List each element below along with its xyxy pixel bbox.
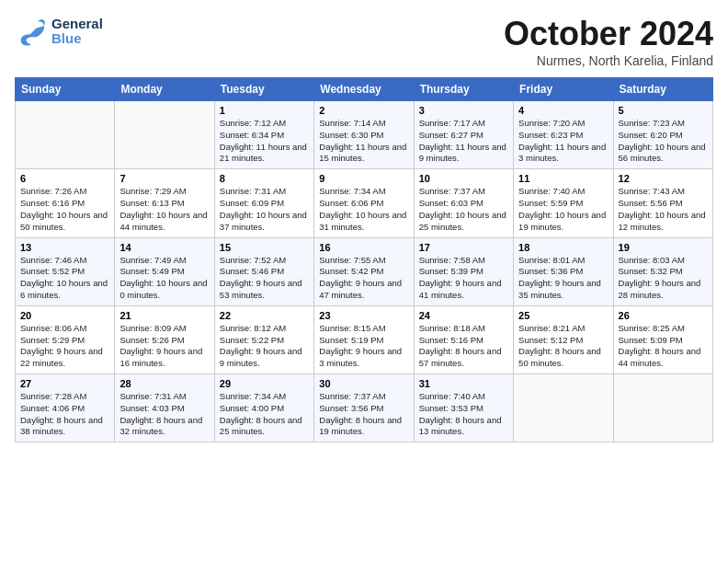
day-number: 6 (20, 173, 109, 184)
day-number: 4 (518, 105, 608, 116)
day-number: 30 (319, 378, 408, 389)
day-content: Sunrise: 7:37 AMSunset: 6:03 PMDaylight:… (419, 186, 508, 233)
calendar-cell: 31Sunrise: 7:40 AMSunset: 3:53 PMDayligh… (414, 374, 513, 442)
calendar-cell (613, 374, 712, 442)
day-number: 21 (119, 310, 209, 321)
day-number: 10 (419, 173, 508, 184)
title-block: October 2024 Nurmes, North Karelia, Finl… (504, 15, 713, 68)
weekday-header: Friday (514, 78, 613, 101)
calendar-cell: 9Sunrise: 7:34 AMSunset: 6:06 PMDaylight… (314, 169, 414, 237)
calendar-cell: 13Sunrise: 7:46 AMSunset: 5:52 PMDayligh… (16, 237, 115, 305)
weekday-header: Wednesday (314, 78, 414, 101)
day-number: 3 (419, 105, 508, 116)
weekday-header: Sunday (16, 78, 115, 101)
day-content: Sunrise: 7:23 AMSunset: 6:20 PMDaylight:… (619, 118, 708, 165)
day-content: Sunrise: 7:14 AMSunset: 6:30 PMDaylight:… (319, 118, 408, 165)
calendar-cell: 20Sunrise: 8:06 AMSunset: 5:29 PMDayligh… (16, 305, 115, 373)
weekday-header: Saturday (613, 78, 712, 101)
day-content: Sunrise: 8:15 AMSunset: 5:19 PMDaylight:… (319, 323, 408, 370)
day-content: Sunrise: 7:34 AMSunset: 6:06 PMDaylight:… (319, 186, 408, 233)
calendar-cell: 7Sunrise: 7:29 AMSunset: 6:13 PMDaylight… (115, 169, 214, 237)
day-content: Sunrise: 7:29 AMSunset: 6:13 PMDaylight:… (119, 186, 209, 233)
calendar-cell: 30Sunrise: 7:37 AMSunset: 3:56 PMDayligh… (314, 374, 414, 442)
day-content: Sunrise: 7:31 AMSunset: 6:09 PMDaylight:… (220, 186, 309, 233)
weekday-header: Monday (115, 78, 214, 101)
calendar-cell: 19Sunrise: 8:03 AMSunset: 5:32 PMDayligh… (613, 237, 712, 305)
day-content: Sunrise: 7:37 AMSunset: 3:56 PMDaylight:… (319, 391, 408, 438)
day-content: Sunrise: 7:34 AMSunset: 4:00 PMDaylight:… (220, 391, 309, 438)
day-content: Sunrise: 7:17 AMSunset: 6:27 PMDaylight:… (419, 118, 508, 165)
calendar-cell: 5Sunrise: 7:23 AMSunset: 6:20 PMDaylight… (613, 101, 712, 169)
day-content: Sunrise: 7:49 AMSunset: 5:49 PMDaylight:… (119, 255, 209, 302)
day-number: 13 (20, 242, 109, 253)
logo-icon (15, 15, 48, 48)
day-content: Sunrise: 7:26 AMSunset: 6:16 PMDaylight:… (20, 186, 109, 233)
day-number: 9 (319, 173, 408, 184)
day-number: 20 (20, 310, 109, 321)
calendar-cell: 16Sunrise: 7:55 AMSunset: 5:42 PMDayligh… (314, 237, 414, 305)
calendar-week-row: 1Sunrise: 7:12 AMSunset: 6:34 PMDaylight… (16, 101, 713, 169)
calendar-cell: 14Sunrise: 7:49 AMSunset: 5:49 PMDayligh… (115, 237, 214, 305)
day-content: Sunrise: 8:25 AMSunset: 5:09 PMDaylight:… (619, 323, 708, 370)
calendar-cell: 1Sunrise: 7:12 AMSunset: 6:34 PMDaylight… (214, 101, 313, 169)
day-number: 31 (419, 378, 508, 389)
calendar-cell: 29Sunrise: 7:34 AMSunset: 4:00 PMDayligh… (214, 374, 313, 442)
day-number: 24 (419, 310, 508, 321)
day-content: Sunrise: 8:06 AMSunset: 5:29 PMDaylight:… (20, 323, 109, 370)
day-content: Sunrise: 7:58 AMSunset: 5:39 PMDaylight:… (419, 255, 508, 302)
day-number: 22 (220, 310, 309, 321)
day-content: Sunrise: 8:09 AMSunset: 5:26 PMDaylight:… (119, 323, 209, 370)
day-content: Sunrise: 8:12 AMSunset: 5:22 PMDaylight:… (220, 323, 309, 370)
day-number: 1 (220, 105, 309, 116)
day-content: Sunrise: 7:31 AMSunset: 4:03 PMDaylight:… (119, 391, 209, 438)
day-content: Sunrise: 8:01 AMSunset: 5:36 PMDaylight:… (518, 255, 608, 302)
day-content: Sunrise: 7:20 AMSunset: 6:23 PMDaylight:… (518, 118, 608, 165)
day-content: Sunrise: 7:40 AMSunset: 3:53 PMDaylight:… (419, 391, 508, 438)
day-content: Sunrise: 7:43 AMSunset: 5:56 PMDaylight:… (619, 186, 708, 233)
page-header: General Blue October 2024 Nurmes, North … (15, 15, 713, 68)
day-content: Sunrise: 7:55 AMSunset: 5:42 PMDaylight:… (319, 255, 408, 302)
day-number: 26 (619, 310, 708, 321)
calendar-cell: 27Sunrise: 7:28 AMSunset: 4:06 PMDayligh… (16, 374, 115, 442)
day-number: 18 (518, 242, 608, 253)
day-number: 8 (220, 173, 309, 184)
logo-text: General (51, 17, 103, 32)
calendar-cell: 12Sunrise: 7:43 AMSunset: 5:56 PMDayligh… (613, 169, 712, 237)
calendar-cell: 21Sunrise: 8:09 AMSunset: 5:26 PMDayligh… (115, 305, 214, 373)
calendar-week-row: 13Sunrise: 7:46 AMSunset: 5:52 PMDayligh… (16, 237, 713, 305)
calendar-cell: 11Sunrise: 7:40 AMSunset: 5:59 PMDayligh… (514, 169, 613, 237)
day-number: 19 (619, 242, 708, 253)
day-number: 12 (619, 173, 708, 184)
day-content: Sunrise: 7:46 AMSunset: 5:52 PMDaylight:… (20, 255, 109, 302)
day-number: 7 (119, 173, 209, 184)
calendar-table: SundayMondayTuesdayWednesdayThursdayFrid… (15, 77, 713, 442)
logo-blue: Blue (51, 31, 103, 47)
calendar-cell: 24Sunrise: 8:18 AMSunset: 5:16 PMDayligh… (414, 305, 513, 373)
day-content: Sunrise: 8:21 AMSunset: 5:12 PMDaylight:… (518, 323, 608, 370)
day-content: Sunrise: 8:18 AMSunset: 5:16 PMDaylight:… (419, 323, 508, 370)
calendar-week-row: 6Sunrise: 7:26 AMSunset: 6:16 PMDaylight… (16, 169, 713, 237)
calendar-cell: 15Sunrise: 7:52 AMSunset: 5:46 PMDayligh… (214, 237, 313, 305)
day-content: Sunrise: 7:52 AMSunset: 5:46 PMDaylight:… (220, 255, 309, 302)
day-content: Sunrise: 7:28 AMSunset: 4:06 PMDaylight:… (20, 391, 109, 438)
day-number: 11 (518, 173, 608, 184)
day-number: 15 (220, 242, 309, 253)
calendar-cell: 25Sunrise: 8:21 AMSunset: 5:12 PMDayligh… (514, 305, 613, 373)
calendar-cell: 4Sunrise: 7:20 AMSunset: 6:23 PMDaylight… (514, 101, 613, 169)
day-number: 16 (319, 242, 408, 253)
calendar-cell: 6Sunrise: 7:26 AMSunset: 6:16 PMDaylight… (16, 169, 115, 237)
month-title: October 2024 (504, 15, 713, 53)
calendar-cell: 22Sunrise: 8:12 AMSunset: 5:22 PMDayligh… (214, 305, 313, 373)
calendar-cell (16, 101, 115, 169)
calendar-week-row: 20Sunrise: 8:06 AMSunset: 5:29 PMDayligh… (16, 305, 713, 373)
calendar-cell: 26Sunrise: 8:25 AMSunset: 5:09 PMDayligh… (613, 305, 712, 373)
logo: General Blue (15, 15, 103, 48)
location: Nurmes, North Karelia, Finland (504, 53, 713, 68)
day-number: 5 (619, 105, 708, 116)
calendar-cell: 28Sunrise: 7:31 AMSunset: 4:03 PMDayligh… (115, 374, 214, 442)
weekday-header: Tuesday (214, 78, 313, 101)
calendar-cell: 2Sunrise: 7:14 AMSunset: 6:30 PMDaylight… (314, 101, 414, 169)
day-number: 25 (518, 310, 608, 321)
day-number: 28 (119, 378, 209, 389)
calendar-cell: 17Sunrise: 7:58 AMSunset: 5:39 PMDayligh… (414, 237, 513, 305)
